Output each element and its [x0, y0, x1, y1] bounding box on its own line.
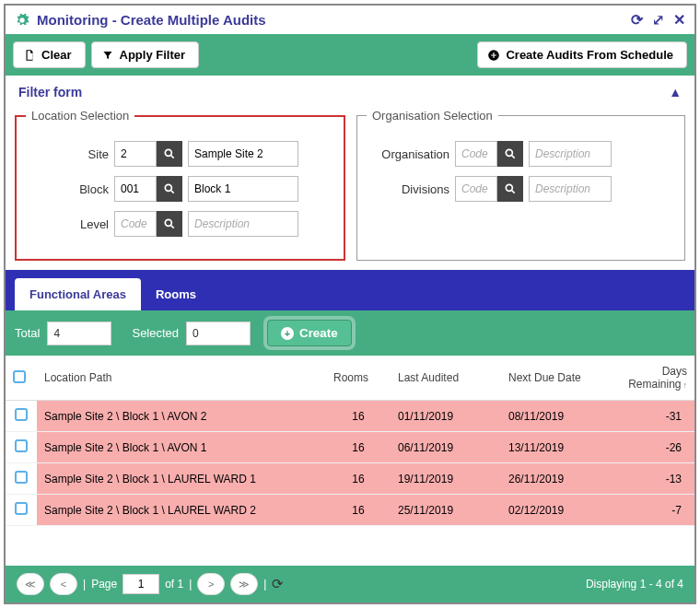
- svg-point-5: [506, 184, 512, 191]
- level-search-button[interactable]: [157, 211, 182, 237]
- cell-path: Sample Site 2 \ Block 1 \ LAUREL WARD 2: [37, 495, 326, 526]
- location-selection-group: Location Selection Site Block Level: [15, 109, 345, 261]
- table-row[interactable]: Sample Site 2 \ Block 1 \ AVON 21601/11/…: [6, 401, 694, 432]
- org-code-input[interactable]: [455, 141, 497, 167]
- cell-days: -26: [612, 432, 694, 463]
- block-code-input[interactable]: [114, 176, 157, 202]
- tab-rooms[interactable]: Rooms: [141, 278, 211, 310]
- table-row[interactable]: Sample Site 2 \ Block 1 \ AVON 11606/11/…: [6, 432, 694, 463]
- svg-point-4: [506, 149, 512, 156]
- cell-last: 01/11/2019: [391, 401, 501, 432]
- site-desc-input[interactable]: [188, 141, 298, 167]
- cell-next: 26/11/2019: [501, 463, 612, 495]
- col-last-audited[interactable]: Last Audited: [391, 356, 501, 401]
- row-checkbox[interactable]: [15, 408, 28, 421]
- results-table: Location Path Rooms Last Audited Next Du…: [6, 356, 694, 526]
- total-label: Total: [15, 326, 40, 340]
- expand-icon[interactable]: ⤢: [652, 11, 664, 29]
- cell-days: -31: [612, 401, 694, 432]
- page-input[interactable]: [122, 574, 159, 594]
- org-desc-input[interactable]: [529, 141, 612, 167]
- selected-label: Selected: [132, 326, 179, 340]
- cell-path: Sample Site 2 \ Block 1 \ LAUREL WARD 1: [37, 463, 326, 495]
- col-next-due[interactable]: Next Due Date: [501, 356, 612, 401]
- cell-days: -7: [612, 495, 694, 526]
- plus-icon: +: [281, 327, 294, 340]
- sort-asc-icon: ↑: [683, 380, 688, 390]
- svg-point-2: [165, 184, 171, 191]
- tab-functional-areas[interactable]: Functional Areas: [15, 278, 141, 310]
- page-next-button[interactable]: >: [197, 573, 225, 595]
- col-location-path[interactable]: Location Path: [37, 356, 326, 401]
- divisions-label: Divisions: [367, 182, 449, 196]
- window-title: Monitoring - Create Multiple Audits: [37, 12, 266, 28]
- div-code-input[interactable]: [455, 176, 497, 202]
- total-input[interactable]: [47, 322, 111, 345]
- level-desc-input[interactable]: [188, 211, 298, 237]
- clear-button[interactable]: Clear: [13, 41, 86, 68]
- div-search-button[interactable]: [497, 176, 523, 202]
- row-checkbox[interactable]: [15, 502, 28, 515]
- create-from-schedule-button[interactable]: Create Audits From Schedule: [477, 41, 687, 68]
- gear-icon: [15, 13, 29, 28]
- apply-filter-button[interactable]: Apply Filter: [91, 41, 200, 68]
- svg-point-1: [165, 149, 171, 156]
- site-search-button[interactable]: [157, 141, 182, 167]
- location-legend: Location Selection: [26, 109, 134, 123]
- col-rooms[interactable]: Rooms: [326, 356, 391, 401]
- table-row[interactable]: Sample Site 2 \ Block 1 \ LAUREL WARD 11…: [6, 463, 694, 495]
- plus-circle-icon: [487, 49, 500, 62]
- cell-next: 08/11/2019: [501, 401, 612, 432]
- refresh-icon[interactable]: ⟳: [631, 11, 643, 29]
- site-code-input[interactable]: [114, 141, 157, 167]
- close-icon[interactable]: ✕: [673, 11, 685, 29]
- organisation-selection-group: Organisation Selection Organisation Divi…: [356, 109, 685, 261]
- col-days-remaining[interactable]: Days Remaining↑: [612, 356, 694, 401]
- page-prev-button[interactable]: <: [50, 573, 77, 595]
- level-code-input[interactable]: [114, 211, 157, 237]
- level-label: Level: [26, 217, 109, 231]
- pager-refresh-icon[interactable]: ⟳: [272, 576, 284, 592]
- cell-last: 25/11/2019: [391, 495, 501, 526]
- document-icon: [23, 49, 36, 62]
- row-checkbox[interactable]: [15, 471, 28, 484]
- page-last-button[interactable]: ≫: [230, 573, 258, 595]
- selected-input[interactable]: [186, 322, 251, 345]
- cell-next: 13/11/2019: [501, 432, 612, 463]
- block-desc-input[interactable]: [188, 176, 298, 202]
- cell-rooms: 16: [326, 401, 391, 432]
- cell-last: 06/11/2019: [391, 432, 501, 463]
- svg-point-3: [165, 219, 171, 226]
- site-label: Site: [26, 147, 109, 161]
- funnel-icon: [101, 49, 114, 62]
- row-checkbox[interactable]: [15, 439, 28, 452]
- page-label: Page: [91, 578, 117, 590]
- org-legend: Organisation Selection: [367, 109, 498, 123]
- cell-rooms: 16: [326, 432, 391, 463]
- cell-path: Sample Site 2 \ Block 1 \ AVON 1: [37, 432, 326, 463]
- block-search-button[interactable]: [157, 176, 182, 202]
- select-all-checkbox[interactable]: [13, 370, 26, 383]
- page-first-button[interactable]: ≪: [17, 573, 44, 595]
- org-search-button[interactable]: [497, 141, 523, 167]
- cell-days: -13: [612, 463, 694, 495]
- cell-next: 02/12/2019: [501, 495, 612, 526]
- div-desc-input[interactable]: [529, 176, 612, 202]
- table-row[interactable]: Sample Site 2 \ Block 1 \ LAUREL WARD 21…: [6, 495, 694, 526]
- cell-rooms: 16: [326, 463, 391, 495]
- organisation-label: Organisation: [367, 147, 449, 161]
- cell-path: Sample Site 2 \ Block 1 \ AVON 2: [37, 401, 326, 432]
- page-of: of 1: [165, 578, 183, 590]
- cell-last: 19/11/2019: [391, 463, 501, 495]
- collapse-caret-icon[interactable]: ▲: [669, 85, 682, 99]
- pager-display: Displaying 1 - 4 of 4: [586, 578, 683, 590]
- cell-rooms: 16: [326, 495, 391, 526]
- create-button[interactable]: + Create: [267, 320, 352, 346]
- block-label: Block: [26, 182, 109, 196]
- filter-form-title: Filter form: [18, 85, 82, 99]
